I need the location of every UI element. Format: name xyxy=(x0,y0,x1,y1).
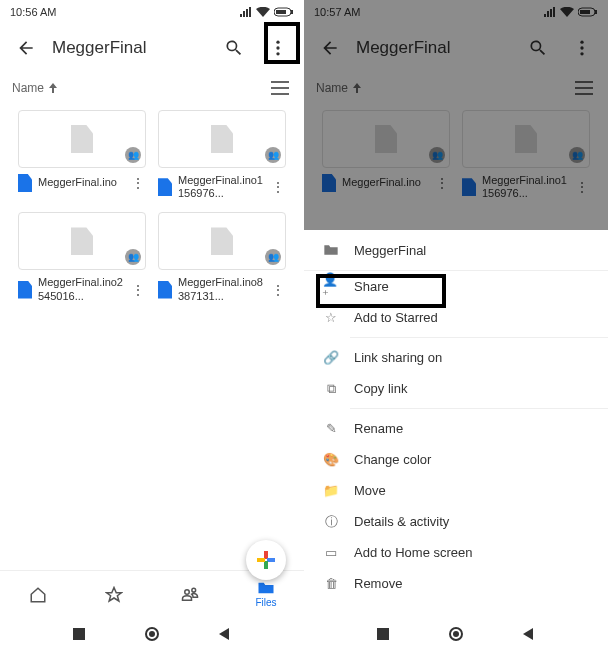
sheet-header: MeggerFinal xyxy=(304,230,608,270)
trash-icon: 🗑 xyxy=(322,576,340,591)
search-button[interactable] xyxy=(216,30,252,66)
sheet-item-label: Link sharing on xyxy=(354,350,442,365)
system-nav xyxy=(304,618,608,650)
sort-row: Name xyxy=(0,72,304,104)
doc-icon xyxy=(71,227,93,255)
nav-back-icon[interactable] xyxy=(219,628,231,640)
person-add-icon: 👤⁺ xyxy=(322,272,340,302)
nav-starred[interactable] xyxy=(76,571,152,618)
copy-icon: ⧉ xyxy=(322,381,340,397)
people-icon xyxy=(180,586,200,604)
nav-home-icon[interactable] xyxy=(145,627,159,641)
system-nav xyxy=(0,618,304,650)
sheet-item-label: Share xyxy=(354,279,389,294)
add-home-icon: ▭ xyxy=(322,545,340,560)
file-type-icon xyxy=(158,178,172,196)
palette-icon: 🎨 xyxy=(322,452,340,467)
sheet-item-label: Add to Home screen xyxy=(354,545,473,560)
sheet-item-label: Change color xyxy=(354,452,431,467)
sheet-home-screen[interactable]: ▭Add to Home screen xyxy=(304,537,608,568)
svg-point-15 xyxy=(149,631,155,637)
doc-icon xyxy=(211,125,233,153)
left-pane: 10:56 AM MeggerFinal Name 👥 MeggerFina xyxy=(0,0,304,650)
file-menu-button[interactable]: ⋮ xyxy=(270,282,286,298)
svg-rect-11 xyxy=(264,561,268,569)
file-thumbnail: 👥 xyxy=(18,212,146,270)
app-bar: MeggerFinal xyxy=(0,24,304,72)
fab-button[interactable] xyxy=(246,540,286,580)
file-thumbnail: 👥 xyxy=(18,110,146,168)
move-folder-icon: 📁 xyxy=(322,483,340,498)
shared-badge-icon: 👥 xyxy=(125,147,141,163)
svg-point-27 xyxy=(453,631,459,637)
sheet-item-label: Add to Starred xyxy=(354,310,438,325)
right-pane: 10:57 AM MeggerFinal Name 👥 MeggerFinal.… xyxy=(304,0,608,650)
sheet-star[interactable]: ☆Add to Starred xyxy=(304,302,608,333)
nav-home-icon[interactable] xyxy=(449,627,463,641)
nav-recent-icon[interactable] xyxy=(73,628,85,640)
svg-rect-8 xyxy=(271,93,289,95)
file-thumbnail: 👥 xyxy=(158,110,286,168)
view-toggle-button[interactable] xyxy=(268,76,292,100)
folder-icon xyxy=(257,581,275,595)
shared-badge-icon: 👥 xyxy=(125,249,141,265)
wifi-icon xyxy=(256,7,270,17)
nav-home[interactable] xyxy=(0,571,76,618)
link-icon: 🔗 xyxy=(322,350,340,365)
file-card[interactable]: 👥 MeggerFinal.ino⋮ xyxy=(18,110,146,200)
sheet-move[interactable]: 📁Move xyxy=(304,475,608,506)
status-icons xyxy=(240,7,294,17)
svg-rect-7 xyxy=(271,87,289,89)
file-type-icon xyxy=(18,174,32,192)
file-name: MeggerFinal.ino xyxy=(38,176,124,189)
search-icon xyxy=(224,38,244,58)
star-icon xyxy=(105,586,123,604)
folder-icon xyxy=(322,244,340,256)
doc-icon xyxy=(211,227,233,255)
file-card[interactable]: 👥 MeggerFinal.ino8387131...⋮ xyxy=(158,212,286,302)
arrow-up-icon xyxy=(48,83,58,93)
svg-point-3 xyxy=(276,41,279,44)
file-name: MeggerFinal.ino2545016... xyxy=(38,276,124,302)
signal-icon xyxy=(240,7,252,17)
sheet-rename[interactable]: ✎Rename xyxy=(304,413,608,444)
sheet-copy-link[interactable]: ⧉Copy link xyxy=(304,373,608,404)
sheet-share[interactable]: 👤⁺Share xyxy=(304,271,608,302)
file-type-icon xyxy=(158,281,172,299)
info-icon: ⓘ xyxy=(322,513,340,531)
overflow-button[interactable] xyxy=(260,30,296,66)
status-time: 10:56 AM xyxy=(10,6,56,18)
plus-icon xyxy=(255,549,277,571)
back-button[interactable] xyxy=(8,30,44,66)
sheet-color[interactable]: 🎨Change color xyxy=(304,444,608,475)
svg-rect-1 xyxy=(291,10,293,14)
sheet-item-label: Copy link xyxy=(354,381,407,396)
nav-recent-icon[interactable] xyxy=(377,628,389,640)
nav-back-icon[interactable] xyxy=(523,628,535,640)
svg-rect-25 xyxy=(377,628,389,640)
sort-button[interactable]: Name xyxy=(12,81,58,95)
file-menu-button[interactable]: ⋮ xyxy=(130,175,146,191)
star-outline-icon: ☆ xyxy=(322,310,340,325)
svg-rect-9 xyxy=(264,551,268,559)
svg-rect-12 xyxy=(257,558,265,562)
home-icon xyxy=(29,586,47,604)
sheet-details[interactable]: ⓘDetails & activity xyxy=(304,506,608,537)
file-thumbnail: 👥 xyxy=(158,212,286,270)
sheet-remove[interactable]: 🗑Remove xyxy=(304,568,608,599)
svg-rect-10 xyxy=(267,558,275,562)
svg-rect-6 xyxy=(271,81,289,83)
file-menu-button[interactable]: ⋮ xyxy=(270,179,286,195)
nav-shared[interactable] xyxy=(152,571,228,618)
file-card[interactable]: 👥 MeggerFinal.ino1156976...⋮ xyxy=(158,110,286,200)
kebab-icon xyxy=(268,38,288,58)
sheet-link-sharing[interactable]: 🔗Link sharing on xyxy=(304,342,608,373)
page-title: MeggerFinal xyxy=(52,38,208,58)
bottom-sheet: MeggerFinal 👤⁺Share ☆Add to Starred 🔗Lin… xyxy=(304,230,608,650)
file-type-icon xyxy=(18,281,32,299)
file-card[interactable]: 👥 MeggerFinal.ino2545016...⋮ xyxy=(18,212,146,302)
file-menu-button[interactable]: ⋮ xyxy=(130,282,146,298)
pencil-icon: ✎ xyxy=(322,421,340,436)
file-name: MeggerFinal.ino1156976... xyxy=(178,174,264,200)
modal-scrim[interactable] xyxy=(304,0,608,230)
